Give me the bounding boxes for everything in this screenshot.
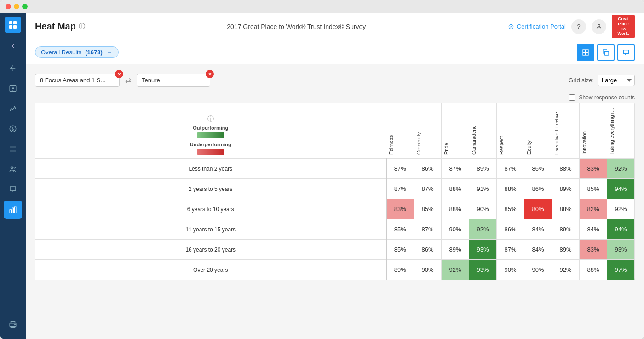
data-cell: 89%: [442, 240, 469, 260]
row-label: Over 20 years: [35, 260, 386, 280]
data-cell: 90%: [469, 199, 497, 219]
options-row: Show response counts: [35, 94, 635, 101]
data-cell: 93%: [469, 240, 497, 260]
data-cell: 80%: [524, 199, 552, 219]
data-cell: 90%: [524, 260, 552, 280]
svg-rect-24: [586, 50, 588, 52]
sidebar-item-chart[interactable]: [4, 201, 22, 219]
header: Heat Map ⓘ 2017 Great Place to Work® Tru…: [26, 13, 644, 40]
sidebar-bottom: [4, 315, 22, 339]
data-cell: 84%: [580, 219, 607, 240]
svg-rect-1: [13, 21, 17, 24]
data-cell: 87%: [414, 219, 442, 240]
svg-rect-16: [15, 207, 16, 213]
data-cell: 88%: [552, 159, 580, 179]
legend-cell: ⓘ Outperforming Underperforming: [35, 103, 386, 159]
controls-row: 8 Focus Areas and 1 S... ✕ ⇄ Tenure ✕ Gr…: [35, 74, 635, 87]
grid-size-select[interactable]: Large Medium Small: [598, 75, 635, 86]
data-cell: 91%: [469, 179, 497, 199]
svg-rect-0: [9, 21, 12, 24]
sidebar-item-people[interactable]: [4, 160, 22, 178]
sidebar-item-back[interactable]: [4, 59, 22, 77]
data-cell: 92%: [552, 260, 580, 280]
data-cell: 86%: [414, 159, 442, 179]
swap-icon[interactable]: ⇄: [125, 76, 131, 85]
data-cell: 86%: [497, 219, 524, 240]
sidebar-item-print[interactable]: [4, 315, 22, 333]
svg-point-13: [14, 167, 15, 168]
heatmap-table: ⓘ Outperforming Underperforming Fairness…: [35, 103, 635, 280]
page-title: Heat Map ⓘ: [35, 21, 85, 32]
col-header-taking-everything: Taking everything into account, i...: [607, 103, 635, 159]
table-row: 11 years to 15 years85%87%90%92%86%84%89…: [35, 219, 635, 240]
sidebar-item-analytics[interactable]: [4, 99, 22, 118]
grid-view-button[interactable]: [577, 44, 594, 61]
dimension-dropdown[interactable]: Tenure: [137, 74, 210, 87]
data-cell: 88%: [442, 179, 469, 199]
user-button[interactable]: [592, 19, 606, 34]
show-response-counts-checkbox[interactable]: [569, 94, 575, 101]
data-cell: 87%: [442, 159, 469, 179]
header-right: Certification Portal ? GreatPlaceToWork.: [508, 15, 635, 38]
table-row: Less than 2 years87%86%87%89%87%86%88%83…: [35, 159, 635, 179]
svg-rect-2: [9, 25, 12, 29]
data-cell: 89%: [552, 219, 580, 240]
help-button[interactable]: ?: [571, 19, 586, 34]
view-buttons: [577, 44, 635, 61]
data-cell: 89%: [469, 159, 497, 179]
col-header-fairness: Fairness: [386, 103, 414, 159]
col-header-equity: Equity: [524, 103, 552, 159]
data-cell: 85%: [580, 179, 607, 199]
content-area: 8 Focus Areas and 1 S... ✕ ⇄ Tenure ✕ Gr…: [26, 64, 644, 339]
dimension-clear-button[interactable]: ✕: [206, 70, 214, 78]
app-window: Heat Map ⓘ 2017 Great Place to Work® Tru…: [0, 0, 644, 339]
sidebar-item-chat[interactable]: [4, 180, 22, 199]
data-cell: 85%: [497, 199, 524, 219]
group-by-dropdown[interactable]: 8 Focus Areas and 1 S...: [35, 74, 120, 87]
svg-rect-14: [10, 210, 11, 213]
svg-rect-3: [13, 25, 17, 29]
row-label: 6 years to 10 years: [35, 199, 386, 219]
data-cell: 92%: [607, 159, 635, 179]
survey-title: 2017 Great Place to Work® Trust Index© S…: [92, 23, 500, 30]
sidebar-item-list[interactable]: [4, 140, 22, 158]
group-by-clear-button[interactable]: ✕: [115, 70, 123, 78]
svg-rect-26: [586, 52, 588, 55]
main-content: Heat Map ⓘ 2017 Great Place to Work® Tru…: [26, 13, 644, 339]
group-by-dropdown-wrap: 8 Focus Areas and 1 S... ✕: [35, 74, 120, 87]
data-cell: 82%: [580, 199, 607, 219]
data-cell: 88%: [580, 260, 607, 280]
svg-point-12: [11, 167, 13, 169]
close-dot[interactable]: [6, 4, 11, 9]
data-cell: 88%: [442, 199, 469, 219]
sidebar-logo[interactable]: [5, 17, 21, 33]
table-row: 2 years to 5 years87%87%88%91%88%86%89%8…: [35, 179, 635, 199]
chat-view-button[interactable]: [617, 44, 635, 61]
data-cell: 93%: [469, 260, 497, 280]
data-cell: 88%: [552, 199, 580, 219]
filter-icon: [106, 49, 113, 56]
filter-bar: Overall Results (1673): [26, 40, 644, 64]
maximize-dot[interactable]: [22, 4, 28, 9]
col-header-innovation: Innovation: [580, 103, 607, 159]
certification-portal-button[interactable]: Certification Portal: [508, 23, 566, 30]
copy-view-button[interactable]: [597, 44, 615, 61]
sidebar-item-survey[interactable]: [4, 79, 22, 98]
data-cell: 87%: [386, 159, 414, 179]
minimize-dot[interactable]: [14, 4, 19, 9]
data-cell: 90%: [414, 260, 442, 280]
title-info-icon[interactable]: ⓘ: [79, 23, 85, 31]
underperforming-bar: [197, 149, 224, 155]
data-cell: 90%: [497, 260, 524, 280]
col-header-credibility: Credibility: [414, 103, 442, 159]
titlebar: [0, 0, 644, 13]
data-cell: 83%: [580, 159, 607, 179]
svg-rect-23: [583, 50, 585, 52]
sidebar-item-download[interactable]: [4, 120, 22, 138]
overall-results-filter[interactable]: Overall Results (1673): [35, 46, 119, 58]
data-cell: 88%: [497, 179, 524, 199]
data-cell: 84%: [524, 219, 552, 240]
sidebar-collapse-button[interactable]: [6, 39, 20, 53]
col-header-pride: Pride: [442, 103, 469, 159]
col-header-executive-effectiveness: Executive Effectiveness: [552, 103, 580, 159]
